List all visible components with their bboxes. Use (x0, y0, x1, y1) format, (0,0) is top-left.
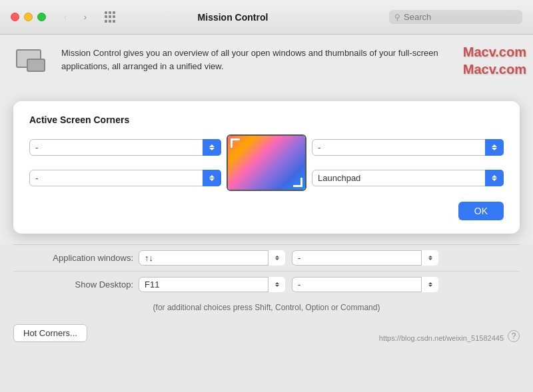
screen-preview (227, 134, 306, 191)
bottom-right-select[interactable]: - Mission Control Application Windows De… (312, 170, 504, 186)
show-desktop-label: Show Desktop: (13, 280, 133, 290)
application-windows-left-select-wrapper[interactable]: ↑↓ - F1F2F3F9F10F11F12 (139, 250, 285, 266)
minimize-button[interactable] (24, 13, 33, 21)
application-windows-right-select-wrapper[interactable]: - ⌘⌥⌃⇧ (292, 250, 438, 266)
search-box[interactable]: ⚲ (389, 10, 522, 24)
show-desktop-right-select[interactable]: - ⌘⌥⌃⇧ (292, 277, 438, 292)
help-button[interactable]: ? (508, 330, 520, 342)
screen-image (228, 136, 305, 190)
panel-title: Active Screen Corners (29, 114, 504, 125)
back-button[interactable]: ‹ (57, 11, 74, 24)
bottom-url: https://blog.csdn.net/weixin_51582445 (379, 334, 504, 342)
close-button[interactable] (11, 13, 19, 21)
window-title: Mission Control (85, 12, 381, 23)
search-icon: ⚲ (394, 13, 400, 22)
corners-layout: - Mission Control Application Windows De… (29, 134, 504, 191)
top-left-select[interactable]: - Mission Control Application Windows De… (29, 139, 221, 156)
top-left-corner[interactable]: - Mission Control Application Windows De… (29, 139, 221, 156)
hot-corners-button[interactable]: Hot Corners... (13, 324, 87, 342)
bottom-right-corner[interactable]: - Mission Control Application Windows De… (312, 170, 504, 186)
traffic-lights (11, 13, 46, 21)
application-windows-label: Application windows: (13, 253, 133, 263)
show-desktop-right-wrapper[interactable]: - ⌘⌥⌃⇧ (292, 277, 438, 292)
application-windows-right-select[interactable]: - ⌘⌥⌃⇧ (292, 250, 438, 266)
bottom-left-select[interactable]: - Mission Control Application Windows De… (29, 170, 221, 186)
application-windows-left-select[interactable]: ↑↓ - F1F2F3F9F10F11F12 (139, 250, 285, 266)
bottom-bar: Hot Corners... https://blog.csdn.net/wei… (0, 319, 533, 349)
settings-row-show-desktop: Show Desktop: F11 - ↑↓ F1F2F3F9F10F12 - … (13, 271, 520, 297)
top-right-select[interactable]: - Mission Control Application Windows De… (312, 139, 504, 156)
main-content: Active Screen Corners - Mission Control … (0, 91, 533, 244)
mission-control-icon (13, 47, 51, 79)
maximize-button[interactable] (37, 13, 46, 21)
titlebar: ‹ › Mission Control ⚲ (0, 0, 533, 35)
settings-rows: Application windows: ↑↓ - F1F2F3F9F10F11… (0, 244, 533, 297)
show-desktop-left-select-wrapper[interactable]: F11 - ↑↓ F1F2F3F9F10F12 (139, 277, 285, 292)
bottom-left-corner[interactable]: - Mission Control Application Windows De… (29, 170, 221, 186)
search-input[interactable] (404, 12, 517, 22)
show-desktop-right-select-wrapper[interactable]: - ⌘⌥⌃⇧ (292, 277, 438, 292)
footer-note: (for additional choices press Shift, Con… (0, 297, 533, 319)
ok-button[interactable]: OK (458, 202, 504, 220)
top-right-corner[interactable]: - Mission Control Application Windows De… (312, 139, 504, 156)
show-desktop-left-select[interactable]: F11 - ↑↓ F1F2F3F9F10F12 (139, 277, 285, 292)
ok-button-row: OK (29, 202, 504, 220)
settings-row-application-windows: Application windows: ↑↓ - F1F2F3F9F10F11… (13, 244, 520, 271)
corner-indicator-tl (231, 138, 240, 148)
description-text: Mission Control gives you an overview of… (61, 47, 448, 73)
description-area: Mission Control gives you an overview of… (0, 35, 533, 91)
application-windows-right-wrapper[interactable]: - ⌘⌥⌃⇧ (292, 250, 438, 266)
corner-indicator-br (293, 178, 302, 187)
dialog-panel: Active Screen Corners - Mission Control … (13, 101, 520, 234)
